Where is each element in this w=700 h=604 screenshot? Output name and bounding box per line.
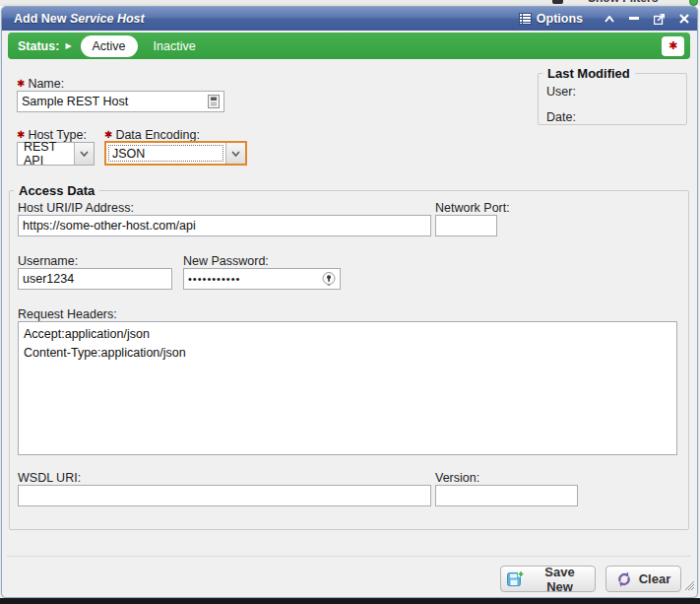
status-arrow-icon: ▶ [65,42,71,50]
wsdl-uri-input[interactable] [19,486,430,505]
clear-label: Clear [639,571,671,586]
chevron-up-icon [605,16,614,23]
required-asterisk: ✱ [17,129,25,140]
name-label: ✱Name: [17,77,64,91]
clear-button[interactable]: Clear [605,566,681,592]
wsdl-uri-label: WSDL URI: [18,471,81,485]
options-label: Options [537,12,583,26]
popout-button[interactable] [654,14,665,25]
last-modified-user-label: User: [546,85,686,99]
host-uri-label: Host URI/IP Address: [18,201,134,215]
data-encoding-label-text: Data Encoding: [115,128,199,142]
status-option-inactive[interactable]: Inactive [154,39,196,53]
minimize-button[interactable] [629,17,639,21]
name-input[interactable] [18,92,207,111]
footer-divider [7,556,691,557]
close-button[interactable] [679,14,689,24]
dialog-titlebar: Add New Service Host Options [2,7,697,31]
username-input[interactable] [19,269,171,289]
network-port-input[interactable] [436,216,496,235]
version-input[interactable] [436,486,577,505]
host-uri-input[interactable] [19,216,430,235]
minimize-icon [629,17,639,21]
last-modified-legend: Last Modified [542,66,635,81]
add-service-host-dialog: Add New Service Host Options Status: [1,6,698,598]
wsdl-uri-field-wrap [18,485,431,506]
host-type-value: REST API [18,143,74,165]
data-encoding-label: ✱Data Encoding: [104,128,200,142]
status-label: Status: [18,39,59,53]
username-label: Username: [18,254,78,268]
save-new-button[interactable]: Save New [500,566,596,592]
background-clipped-text: Show Filters [588,0,658,5]
last-modified-date-label: Date: [546,110,686,124]
name-field-wrap [17,91,224,112]
window-controls [605,14,689,25]
resize-grip[interactable] [683,577,695,595]
required-fields-button[interactable]: ✱ [662,36,684,56]
save-new-label: Save New [531,565,589,594]
new-password-input[interactable] [184,269,321,289]
close-icon [679,14,689,24]
required-asterisk: ✱ [104,129,112,140]
host-type-select[interactable]: REST API [17,142,95,166]
page-bottom-edge [0,598,700,604]
options-list-icon [519,13,532,25]
required-asterisk: ✱ [17,78,25,89]
data-encoding-value: JSON [106,143,225,164]
chevron-down-icon [74,143,94,165]
background-filter-icon [552,0,563,4]
username-field-wrap [18,268,172,290]
status-bar: Status: ▶ Active Inactive ✱ [8,33,690,59]
popout-icon [654,14,665,25]
last-modified-fieldset: Last Modified User: Date: [538,66,687,125]
version-field-wrap [435,485,578,506]
request-headers-label: Request Headers: [18,307,117,321]
access-data-legend: Access Data [14,183,99,198]
network-port-label: Network Port: [435,201,510,215]
collapse-button[interactable] [605,16,614,23]
network-port-field-wrap [435,215,497,236]
status-option-active[interactable]: Active [81,35,138,57]
new-password-field-wrap [183,268,341,290]
save-icon [507,570,524,587]
name-label-text: Name: [28,77,64,91]
refresh-icon [616,571,632,587]
dialog-title-emphasis: Service Host [70,12,145,26]
request-headers-textarea[interactable]: Accept:application/json Content-Type:app… [18,321,677,455]
data-encoding-select[interactable]: JSON [104,141,247,166]
dialog-title: Add New Service Host [14,12,145,26]
dialog-title-prefix: Add New [14,12,70,26]
text-entry-icon[interactable] [207,94,221,109]
password-reveal-icon[interactable] [321,271,337,287]
version-label: Version: [435,471,479,485]
chevron-down-icon [225,143,245,164]
new-password-label: New Password: [183,254,269,268]
options-button[interactable]: Options [519,12,583,26]
host-uri-field-wrap [18,215,431,236]
